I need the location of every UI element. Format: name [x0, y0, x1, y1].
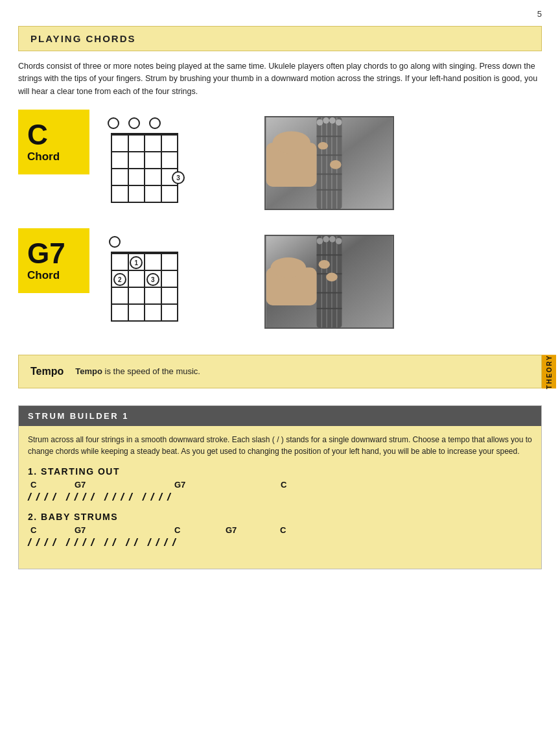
fret-cell — [162, 271, 179, 287]
ex2-chord-1-label: C — [30, 525, 72, 535]
svg-point-37 — [271, 257, 306, 278]
svg-point-11 — [317, 119, 323, 126]
ex2-slash-12: / — [134, 536, 137, 549]
fret-cell — [145, 169, 162, 185]
slash-15: / — [159, 491, 162, 504]
c-chord-word: Chord — [27, 150, 60, 163]
strum-builder-section: STRUM BUILDER 1 Strum across all four st… — [18, 405, 542, 569]
strum-builder-header: STRUM BUILDER 1 — [19, 406, 541, 426]
svg-point-16 — [318, 142, 328, 150]
g7-chord-letter: G7 — [27, 239, 65, 268]
g7-finger-dot-3: 3 — [146, 273, 159, 286]
fret-cell — [129, 169, 146, 185]
g7-finger-dot-1: 1 — [130, 256, 143, 269]
exercise-2-number: 2. — [28, 512, 41, 522]
c-chord-diagram: 3 — [102, 116, 187, 203]
strum-builder-description: Strum across all four strings in a smoot… — [19, 434, 541, 457]
slash-9: / — [104, 491, 108, 504]
g7-open-strings — [102, 235, 187, 249]
g7-fret-grid: 1 2 3 — [111, 252, 178, 322]
g7-fret-row-4 — [111, 305, 178, 322]
open-string-2 — [128, 117, 140, 129]
theory-definition: Tempo is the speed of the music. — [75, 366, 200, 377]
fret-cell — [145, 136, 162, 151]
theory-definition-rest: is the speed of the music. — [102, 366, 200, 376]
fret-cell — [129, 305, 146, 320]
g7-chord-photo — [264, 235, 394, 329]
fret-cell — [111, 136, 129, 151]
ex2-slash-2: / — [36, 536, 40, 549]
ex2-slash-3: / — [44, 536, 47, 549]
fret-cell — [145, 254, 162, 270]
slash-14: / — [151, 491, 154, 504]
open-string-3 — [149, 117, 161, 129]
exercise-1-slashes-row: / / / / / / / / / / / / / / / / — [28, 491, 532, 504]
theory-bold-word: Tempo — [75, 366, 102, 376]
fret-cell — [162, 305, 179, 320]
fret-cell — [145, 288, 162, 303]
fret-cell — [162, 152, 179, 168]
fret-cell — [129, 271, 146, 287]
svg-point-13 — [329, 117, 336, 124]
ex2-slash-15: / — [164, 536, 167, 549]
fret-cell — [129, 288, 146, 303]
ex2-slash-9: / — [104, 536, 108, 549]
c-chord-label-box: C Chord — [18, 110, 89, 174]
g7-fret-row-3 — [111, 288, 178, 305]
slash-12: / — [129, 491, 132, 504]
svg-point-32 — [329, 236, 336, 243]
slash-10: / — [113, 491, 116, 504]
exercise-1-title: 1. STARTING OUT — [28, 466, 532, 477]
fret-row-1 — [111, 136, 178, 152]
svg-point-15 — [330, 160, 342, 169]
ex2-slash-16: / — [172, 536, 176, 549]
g7-chord-word: Chord — [27, 269, 60, 282]
g7-chord-label-box: G7 Chord — [18, 228, 89, 293]
slash-2: / — [36, 491, 40, 504]
intro-paragraph: Chords consist of three or more notes be… — [18, 60, 542, 98]
theory-term: Tempo — [30, 366, 64, 377]
ex2-slash-13: / — [148, 536, 151, 549]
fret-cell: 3 — [162, 169, 179, 185]
svg-point-31 — [323, 236, 329, 243]
fret-cell — [111, 254, 129, 270]
slash-4: / — [52, 491, 56, 504]
fret-cell: 3 — [145, 271, 162, 287]
c-finger-dot-3: 3 — [172, 171, 185, 184]
svg-point-35 — [326, 273, 338, 282]
svg-point-30 — [317, 238, 323, 244]
exercise-2-slashes-row: / / / / / / / / / / / / / / / / — [28, 536, 532, 549]
fret-cell — [129, 152, 146, 168]
exercise-2-title: 2. BABY STRUMS — [28, 512, 532, 522]
g7-fret-row-1: 1 — [111, 254, 178, 271]
fret-row-3: 3 — [111, 169, 178, 186]
svg-point-14 — [336, 119, 342, 126]
slash-8: / — [91, 491, 94, 504]
fret-cell — [129, 136, 146, 151]
slash-11: / — [121, 491, 124, 504]
slash-3: / — [44, 491, 47, 504]
exercise-2-name: BABY STRUMS — [41, 512, 118, 522]
exercise-2: 2. BABY STRUMS C G7 C G7 C / / / / / / /… — [19, 512, 541, 549]
fret-cell — [111, 186, 129, 202]
fret-cell — [111, 288, 129, 303]
theory-box: Tempo Tempo is the speed of the music. — [18, 355, 542, 388]
fret-cell — [162, 288, 179, 303]
ex1-chord-4-label: C — [281, 480, 320, 490]
c-chord-section: C Chord — [18, 110, 542, 210]
svg-point-12 — [323, 117, 329, 124]
fret-cell — [129, 186, 146, 202]
c-chord-photo — [264, 116, 394, 210]
fret-cell: 1 — [129, 254, 146, 270]
strum-builder-title: STRUM BUILDER 1 — [28, 411, 129, 421]
ex2-slash-14: / — [156, 536, 159, 549]
fret-cell — [162, 136, 179, 151]
exercise-1: 1. STARTING OUT C G7 G7 C / / / / / / / … — [19, 466, 541, 504]
svg-rect-21 — [317, 236, 342, 327]
fret-row-2 — [111, 152, 178, 169]
ex2-slash-1: / — [28, 536, 31, 549]
ex2-slash-10: / — [113, 536, 116, 549]
fret-cell — [145, 186, 162, 202]
exercise-1-chords-row: C G7 G7 C — [28, 480, 532, 490]
ex2-slash-5: / — [66, 536, 69, 549]
